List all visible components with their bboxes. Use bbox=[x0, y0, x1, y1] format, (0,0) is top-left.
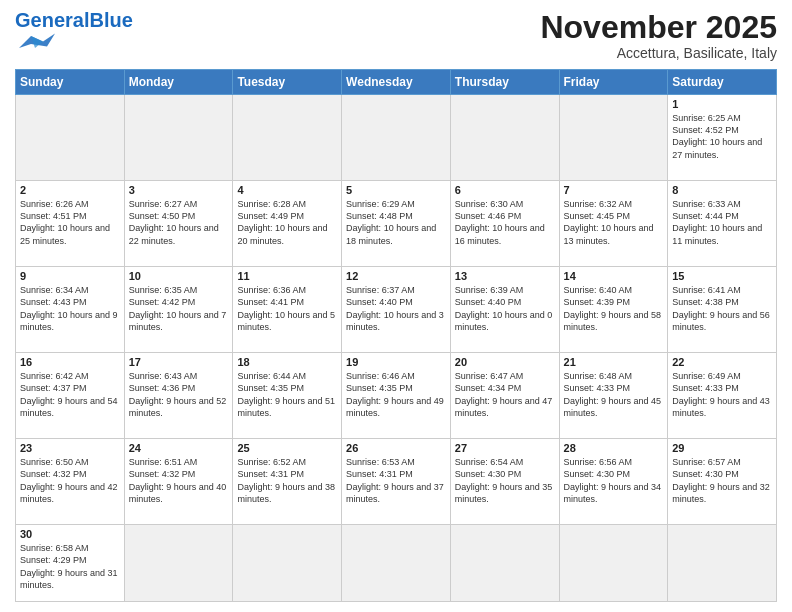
day-info: Sunrise: 6:49 AMSunset: 4:33 PMDaylight:… bbox=[672, 370, 772, 419]
calendar-day-cell: 8Sunrise: 6:33 AMSunset: 4:44 PMDaylight… bbox=[668, 181, 777, 267]
calendar-day-cell: 18Sunrise: 6:44 AMSunset: 4:35 PMDayligh… bbox=[233, 353, 342, 439]
calendar-day-cell: 24Sunrise: 6:51 AMSunset: 4:32 PMDayligh… bbox=[124, 439, 233, 525]
calendar-day-cell bbox=[233, 95, 342, 181]
day-info: Sunrise: 6:51 AMSunset: 4:32 PMDaylight:… bbox=[129, 456, 229, 505]
day-info: Sunrise: 6:50 AMSunset: 4:32 PMDaylight:… bbox=[20, 456, 120, 505]
day-info: Sunrise: 6:28 AMSunset: 4:49 PMDaylight:… bbox=[237, 198, 337, 247]
calendar-day-cell bbox=[16, 95, 125, 181]
col-friday: Friday bbox=[559, 70, 668, 95]
calendar-day-cell: 26Sunrise: 6:53 AMSunset: 4:31 PMDayligh… bbox=[342, 439, 451, 525]
calendar-day-cell: 1Sunrise: 6:25 AMSunset: 4:52 PMDaylight… bbox=[668, 95, 777, 181]
day-number: 12 bbox=[346, 270, 446, 282]
calendar-day-cell bbox=[450, 525, 559, 602]
col-saturday: Saturday bbox=[668, 70, 777, 95]
day-info: Sunrise: 6:34 AMSunset: 4:43 PMDaylight:… bbox=[20, 284, 120, 333]
calendar-day-cell bbox=[342, 95, 451, 181]
calendar-day-cell: 25Sunrise: 6:52 AMSunset: 4:31 PMDayligh… bbox=[233, 439, 342, 525]
calendar-day-cell: 21Sunrise: 6:48 AMSunset: 4:33 PMDayligh… bbox=[559, 353, 668, 439]
calendar-day-cell: 15Sunrise: 6:41 AMSunset: 4:38 PMDayligh… bbox=[668, 267, 777, 353]
calendar-day-cell: 13Sunrise: 6:39 AMSunset: 4:40 PMDayligh… bbox=[450, 267, 559, 353]
day-info: Sunrise: 6:57 AMSunset: 4:30 PMDaylight:… bbox=[672, 456, 772, 505]
calendar-header-row: Sunday Monday Tuesday Wednesday Thursday… bbox=[16, 70, 777, 95]
calendar-day-cell: 22Sunrise: 6:49 AMSunset: 4:33 PMDayligh… bbox=[668, 353, 777, 439]
logo-general: General bbox=[15, 9, 89, 31]
day-number: 10 bbox=[129, 270, 229, 282]
day-number: 26 bbox=[346, 442, 446, 454]
day-info: Sunrise: 6:32 AMSunset: 4:45 PMDaylight:… bbox=[564, 198, 664, 247]
calendar-day-cell: 11Sunrise: 6:36 AMSunset: 4:41 PMDayligh… bbox=[233, 267, 342, 353]
calendar-week-row: 30Sunrise: 6:58 AMSunset: 4:29 PMDayligh… bbox=[16, 525, 777, 602]
day-info: Sunrise: 6:36 AMSunset: 4:41 PMDaylight:… bbox=[237, 284, 337, 333]
day-number: 22 bbox=[672, 356, 772, 368]
day-number: 23 bbox=[20, 442, 120, 454]
day-number: 4 bbox=[237, 184, 337, 196]
col-wednesday: Wednesday bbox=[342, 70, 451, 95]
calendar-day-cell bbox=[124, 95, 233, 181]
day-number: 19 bbox=[346, 356, 446, 368]
calendar-day-cell bbox=[450, 95, 559, 181]
calendar-day-cell bbox=[559, 95, 668, 181]
day-number: 17 bbox=[129, 356, 229, 368]
day-number: 9 bbox=[20, 270, 120, 282]
calendar-day-cell bbox=[233, 525, 342, 602]
calendar-day-cell: 16Sunrise: 6:42 AMSunset: 4:37 PMDayligh… bbox=[16, 353, 125, 439]
day-number: 14 bbox=[564, 270, 664, 282]
calendar-week-row: 9Sunrise: 6:34 AMSunset: 4:43 PMDaylight… bbox=[16, 267, 777, 353]
col-monday: Monday bbox=[124, 70, 233, 95]
day-number: 3 bbox=[129, 184, 229, 196]
calendar-day-cell: 5Sunrise: 6:29 AMSunset: 4:48 PMDaylight… bbox=[342, 181, 451, 267]
day-number: 5 bbox=[346, 184, 446, 196]
logo: GeneralBlue bbox=[15, 10, 133, 52]
day-info: Sunrise: 6:56 AMSunset: 4:30 PMDaylight:… bbox=[564, 456, 664, 505]
calendar-day-cell: 4Sunrise: 6:28 AMSunset: 4:49 PMDaylight… bbox=[233, 181, 342, 267]
day-number: 30 bbox=[20, 528, 120, 540]
calendar-day-cell: 20Sunrise: 6:47 AMSunset: 4:34 PMDayligh… bbox=[450, 353, 559, 439]
day-info: Sunrise: 6:47 AMSunset: 4:34 PMDaylight:… bbox=[455, 370, 555, 419]
day-number: 1 bbox=[672, 98, 772, 110]
day-info: Sunrise: 6:39 AMSunset: 4:40 PMDaylight:… bbox=[455, 284, 555, 333]
location: Accettura, Basilicate, Italy bbox=[540, 45, 777, 61]
calendar-day-cell: 29Sunrise: 6:57 AMSunset: 4:30 PMDayligh… bbox=[668, 439, 777, 525]
day-info: Sunrise: 6:26 AMSunset: 4:51 PMDaylight:… bbox=[20, 198, 120, 247]
calendar-day-cell: 2Sunrise: 6:26 AMSunset: 4:51 PMDaylight… bbox=[16, 181, 125, 267]
day-number: 25 bbox=[237, 442, 337, 454]
day-info: Sunrise: 6:43 AMSunset: 4:36 PMDaylight:… bbox=[129, 370, 229, 419]
day-number: 29 bbox=[672, 442, 772, 454]
calendar-day-cell: 28Sunrise: 6:56 AMSunset: 4:30 PMDayligh… bbox=[559, 439, 668, 525]
day-number: 8 bbox=[672, 184, 772, 196]
day-info: Sunrise: 6:25 AMSunset: 4:52 PMDaylight:… bbox=[672, 112, 772, 161]
day-info: Sunrise: 6:30 AMSunset: 4:46 PMDaylight:… bbox=[455, 198, 555, 247]
logo-bird-icon bbox=[15, 32, 55, 52]
day-info: Sunrise: 6:58 AMSunset: 4:29 PMDaylight:… bbox=[20, 542, 120, 591]
calendar-day-cell: 7Sunrise: 6:32 AMSunset: 4:45 PMDaylight… bbox=[559, 181, 668, 267]
day-number: 15 bbox=[672, 270, 772, 282]
day-number: 18 bbox=[237, 356, 337, 368]
day-number: 13 bbox=[455, 270, 555, 282]
day-info: Sunrise: 6:46 AMSunset: 4:35 PMDaylight:… bbox=[346, 370, 446, 419]
calendar-day-cell: 12Sunrise: 6:37 AMSunset: 4:40 PMDayligh… bbox=[342, 267, 451, 353]
day-number: 6 bbox=[455, 184, 555, 196]
calendar-day-cell: 19Sunrise: 6:46 AMSunset: 4:35 PMDayligh… bbox=[342, 353, 451, 439]
calendar-week-row: 1Sunrise: 6:25 AMSunset: 4:52 PMDaylight… bbox=[16, 95, 777, 181]
day-info: Sunrise: 6:44 AMSunset: 4:35 PMDaylight:… bbox=[237, 370, 337, 419]
day-number: 7 bbox=[564, 184, 664, 196]
day-number: 20 bbox=[455, 356, 555, 368]
calendar-day-cell bbox=[342, 525, 451, 602]
page: GeneralBlue November 2025 Accettura, Bas… bbox=[0, 0, 792, 612]
day-info: Sunrise: 6:29 AMSunset: 4:48 PMDaylight:… bbox=[346, 198, 446, 247]
calendar-day-cell bbox=[668, 525, 777, 602]
calendar-day-cell: 10Sunrise: 6:35 AMSunset: 4:42 PMDayligh… bbox=[124, 267, 233, 353]
calendar-day-cell: 14Sunrise: 6:40 AMSunset: 4:39 PMDayligh… bbox=[559, 267, 668, 353]
day-number: 27 bbox=[455, 442, 555, 454]
calendar-week-row: 23Sunrise: 6:50 AMSunset: 4:32 PMDayligh… bbox=[16, 439, 777, 525]
calendar-day-cell: 6Sunrise: 6:30 AMSunset: 4:46 PMDaylight… bbox=[450, 181, 559, 267]
day-number: 16 bbox=[20, 356, 120, 368]
logo-text: GeneralBlue bbox=[15, 10, 133, 30]
day-number: 24 bbox=[129, 442, 229, 454]
col-sunday: Sunday bbox=[16, 70, 125, 95]
logo-blue: Blue bbox=[89, 9, 132, 31]
day-info: Sunrise: 6:48 AMSunset: 4:33 PMDaylight:… bbox=[564, 370, 664, 419]
day-info: Sunrise: 6:53 AMSunset: 4:31 PMDaylight:… bbox=[346, 456, 446, 505]
day-info: Sunrise: 6:40 AMSunset: 4:39 PMDaylight:… bbox=[564, 284, 664, 333]
day-info: Sunrise: 6:52 AMSunset: 4:31 PMDaylight:… bbox=[237, 456, 337, 505]
